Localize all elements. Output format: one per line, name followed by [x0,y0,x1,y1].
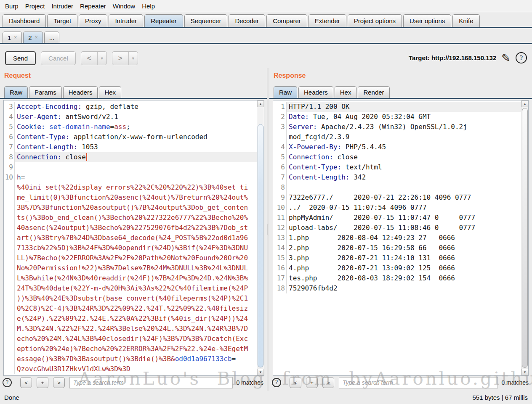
response-panel-title: Response [274,72,306,79]
request-tab-hex[interactable]: Hex [99,86,121,98]
repeater-tab-[interactable]: ... [44,32,60,43]
response-search-input[interactable] [339,377,498,388]
repeater-toolbar: Send Cancel < ▼ > ▼ Target: http://192.1… [0,50,532,68]
text-span: Content-Type: [289,163,346,171]
request-search-matches: 0 matches [236,379,263,386]
text-span: h [17,173,21,181]
text-span: Connection: [289,153,338,161]
line-number: 13 [273,233,287,243]
tab-extender[interactable]: Extender [309,14,346,27]
line-number [4,344,15,354]
search-prev-button[interactable]: < [20,377,32,388]
response-line: 142.php 2020-07-15 16:29:58 66 0666 [273,243,521,253]
request-line: 24T%3D%40date(%22Y-m-d%20H%3Ai%3As%22%2C… [4,283,257,293]
help-icon[interactable]: ? [516,52,527,63]
tab-intruder[interactable]: Intruder [109,14,143,27]
repeater-tab-label: 1 [8,34,11,41]
tab-repeater[interactable]: Repeater [144,14,183,27]
menu-help[interactable]: Help [138,3,158,10]
text-span: 7322e6777./ 2020-07-21 22:26:10 4096 077… [289,193,471,201]
response-tab-render[interactable]: Render [358,86,389,98]
search-next-button[interactable]: > [53,377,65,388]
text-span: art()%3Btry%7B%24D%3Dbase64_decode(%24_P… [17,234,248,242]
response-scrollbar-thumb[interactable] [522,108,528,368]
send-button[interactable]: Send [5,51,36,65]
text-span: LL)%7Becho(%22ERROR%3A%2F%2F%20Path%20No… [17,254,248,262]
menu-intruder[interactable]: Intruder [48,3,77,10]
tab-sequencer[interactable]: Sequencer [184,14,228,27]
line-number: 7 [4,142,15,152]
search-help-icon[interactable]: ? [3,378,12,387]
response-stats: 551 bytes | 67 millis [473,394,528,401]
response-tab-headers[interactable]: Headers [298,86,333,98]
scroll-up-icon[interactable]: ▲ [521,100,528,107]
menu-repeater[interactable]: Repeater [77,3,109,10]
request-search-input[interactable] [69,377,233,388]
chevron-down-icon[interactable]: ▼ [97,52,106,65]
line-text: upload-labs/ 2020-07-15 11:08:46 0 0777 [287,223,521,233]
response-editor[interactable]: 1HTTP/1.1 200 OK2Date: Tue, 04 Aug 2020 … [273,100,529,376]
tab-comparer[interactable]: Comparer [266,14,307,27]
tab-proxy[interactable]: Proxy [79,14,107,27]
response-search-bar: ? < + > 0 matches [269,376,532,391]
repeater-tab-label: 2 [28,34,32,41]
prev-request-button[interactable]: < ▼ [81,51,107,65]
repeater-tab-1[interactable]: 1× [3,32,22,43]
menu-burp[interactable]: Burp [2,3,22,10]
close-icon[interactable]: × [35,34,38,40]
line-number: 17 [273,273,287,283]
text-span: ../ 2020-07-15 11:07:54 4096 0777 [289,203,427,211]
tab-user-options[interactable]: User options [403,14,451,27]
line-number [4,233,15,243]
request-editor[interactable]: 3Accept-Encoding: gzip, deflate4User-Age… [3,100,264,376]
response-line: 5Connection: close [273,152,521,162]
response-scrollbar[interactable]: ▲ ▼ [521,100,528,375]
request-scrollbar[interactable]: ▲ ▼ [257,100,264,375]
cancel-button[interactable]: Cancel [41,51,76,65]
text-span: = [232,355,236,363]
chevron-down-icon[interactable]: ▼ [128,52,138,65]
line-text: ))%3B%40%24E%3Dsubstr(base_convert(%40fi… [15,293,257,304]
line-text: Content-Type: application/x-www-form-url… [15,132,257,142]
response-line: 164.php 2020-07-21 13:09:02 125 0666 [273,263,521,273]
line-text: echo%20%24M.%24L%3B%40closedir(%24F)%3B%… [15,334,257,344]
line-number [4,263,15,273]
search-options-button[interactable]: + [306,377,318,388]
tab-target[interactable]: Target [47,14,77,27]
menu-project[interactable]: Project [22,3,48,10]
request-tab-params[interactable]: Params [29,86,62,98]
search-options-button[interactable]: + [37,377,48,388]
search-help-icon[interactable]: ? [272,378,281,387]
request-line: 4User-Agent: antSword/v2.1 [4,112,257,122]
line-number: 6 [273,162,287,172]
response-line: 17tes.php 2020-08-03 18:29:02 154 0666 [273,273,521,283]
search-prev-button[interactable]: < [290,377,301,388]
menu-window[interactable]: Window [109,3,138,10]
response-tab-raw[interactable]: Raw [274,86,297,98]
request-tab-headers[interactable]: Headers [63,86,98,98]
request-tab-raw[interactable]: Raw [4,86,28,98]
request-line: M.%3D%24N.%22%2F%22.%24R%3Belse%20%24L.%… [4,324,257,334]
search-next-button[interactable]: > [322,377,334,388]
line-text: Cookie: set-domain-name=ass; [15,122,257,132]
tab-project-options[interactable]: Project options [348,14,402,27]
line-text: me_limit(0)%3Bfunction%20asenc(%24out)%7… [15,193,257,203]
response-tab-hex[interactable]: Hex [335,86,357,98]
text-span: text/html [346,163,382,171]
close-icon[interactable]: × [14,34,17,40]
tab-knife[interactable]: Knife [452,14,479,27]
response-line: 131.php 2020-08-04 12:49:23 27 0666 [273,233,521,243]
tab-dashboard[interactable]: Dashboard [3,14,46,27]
edit-target-pencil-icon[interactable]: ✎ [501,53,511,63]
line-text: M.%3D%24N.%22%2F%22.%24R%3Belse%20%24L.%… [15,324,257,334]
request-scrollbar-thumb[interactable] [258,124,263,367]
scroll-down-icon[interactable]: ▼ [521,369,528,375]
next-request-button[interactable]: > ▼ [112,51,138,65]
line-number [273,132,287,142]
scroll-up-icon[interactable]: ▲ [257,100,264,107]
tab-decoder[interactable]: Decoder [229,14,265,27]
scroll-down-icon[interactable]: ▼ [257,369,264,375]
line-number: 18 [273,283,287,293]
text-span: phpMyAdmin/ 2020-07-15 11:07:47 0 0777 [289,214,475,222]
repeater-tab-2[interactable]: 2× [23,32,43,43]
